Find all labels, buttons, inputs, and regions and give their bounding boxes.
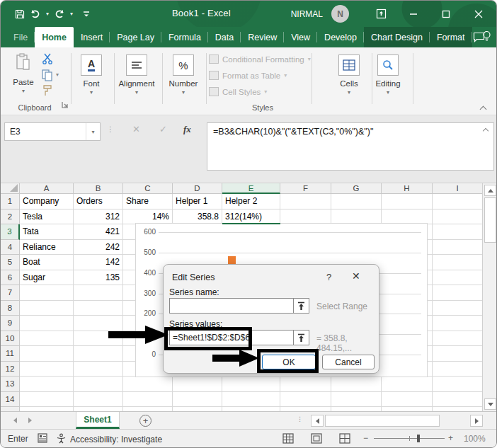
cell-H13[interactable] bbox=[382, 377, 433, 392]
scroll-up-icon[interactable] bbox=[484, 185, 496, 196]
cell-I5[interactable] bbox=[433, 255, 483, 270]
cell-A4[interactable]: Reliance bbox=[20, 240, 74, 255]
cell-D1[interactable]: Helper 1 bbox=[173, 194, 222, 209]
cell-G13[interactable] bbox=[331, 377, 382, 392]
avatar[interactable]: N bbox=[331, 5, 349, 23]
copy-icon[interactable] bbox=[41, 69, 54, 84]
insert-function-icon[interactable]: fx bbox=[183, 124, 191, 135]
cell-I10[interactable] bbox=[433, 331, 483, 347]
column-header-d[interactable]: D bbox=[173, 183, 222, 194]
cell-A8[interactable] bbox=[20, 301, 74, 316]
row-header-10[interactable]: 10 bbox=[1, 331, 20, 347]
row-header-1[interactable]: 1 bbox=[1, 194, 20, 209]
cell-C2[interactable]: 14% bbox=[123, 209, 173, 225]
row-header-8[interactable]: 8 bbox=[1, 301, 20, 316]
cell-A12[interactable] bbox=[20, 362, 74, 377]
undo-icon[interactable] bbox=[30, 9, 41, 19]
cell-I8[interactable] bbox=[433, 301, 483, 316]
cell-B14[interactable] bbox=[74, 392, 123, 408]
horizontal-scroll-thumb[interactable] bbox=[325, 415, 440, 427]
row-header-9[interactable]: 9 bbox=[1, 316, 20, 331]
save-icon[interactable] bbox=[15, 9, 25, 19]
cell-I6[interactable] bbox=[433, 270, 483, 286]
cell-I3[interactable] bbox=[433, 224, 483, 240]
customize-qat-icon[interactable] bbox=[82, 10, 91, 18]
row-header-3[interactable]: 3 bbox=[1, 224, 20, 240]
cell-G1[interactable] bbox=[331, 194, 382, 209]
cell-F13[interactable] bbox=[280, 377, 331, 392]
copy-dropdown-icon[interactable]: ▾ bbox=[56, 71, 59, 78]
row-header-4[interactable]: 4 bbox=[1, 240, 20, 255]
cell-F2[interactable] bbox=[280, 209, 331, 225]
name-box[interactable]: E3 ▾ bbox=[4, 122, 101, 141]
cell-I12[interactable] bbox=[433, 362, 483, 377]
row-header-11[interactable]: 11 bbox=[1, 346, 20, 362]
scroll-right-icon[interactable] bbox=[470, 415, 483, 427]
cell-C1[interactable]: Share bbox=[123, 194, 173, 209]
cell-I7[interactable] bbox=[433, 285, 483, 301]
dialog-close-icon[interactable]: ✕ bbox=[352, 270, 360, 282]
cell-E13[interactable] bbox=[222, 377, 280, 392]
alignment-group-button[interactable]: Alignment ▾ bbox=[113, 54, 161, 96]
formula-input[interactable]: =B3&CHAR(10)&"("&TEXT(C3,"0%")&")" bbox=[207, 122, 494, 171]
tab-chart-design[interactable]: Chart Design bbox=[364, 27, 430, 47]
cells-group-button[interactable]: Cells ▾ bbox=[328, 54, 370, 96]
cell-A9[interactable] bbox=[20, 316, 74, 331]
scroll-left-icon[interactable] bbox=[311, 415, 324, 427]
horizontal-scrollbar[interactable] bbox=[311, 415, 483, 427]
accessibility-status[interactable]: Accessibility: Investigate bbox=[56, 433, 162, 446]
column-header-h[interactable]: H bbox=[382, 183, 433, 194]
cell-I4[interactable] bbox=[433, 240, 483, 255]
cell-I9[interactable] bbox=[433, 316, 483, 331]
macro-record-icon[interactable] bbox=[38, 433, 47, 445]
tab-format[interactable]: Format bbox=[430, 27, 472, 47]
font-group-button[interactable]: A Font ▾ bbox=[70, 54, 113, 96]
tab-page-lay[interactable]: Page Lay bbox=[110, 27, 161, 47]
cell-B13[interactable] bbox=[74, 377, 123, 392]
cell-I14[interactable] bbox=[433, 392, 483, 408]
cell-A7[interactable] bbox=[20, 285, 74, 301]
splitter-dots[interactable]: ⋮ bbox=[297, 415, 303, 423]
cell-styles-button[interactable]: Cell Styles ▾ bbox=[209, 87, 267, 96]
cancel-button[interactable]: Cancel bbox=[322, 355, 375, 369]
column-header-f[interactable]: F bbox=[280, 183, 331, 194]
collapse-formula-bar-icon[interactable] bbox=[484, 127, 489, 133]
next-sheet-icon[interactable] bbox=[28, 418, 32, 423]
cell-G14[interactable] bbox=[331, 392, 382, 408]
cell-C14[interactable] bbox=[123, 392, 173, 408]
cell-E2[interactable]: 312(14%) bbox=[222, 209, 280, 225]
zoom-level[interactable]: 100% bbox=[464, 434, 486, 444]
zoom-slider-thumb[interactable] bbox=[417, 435, 420, 442]
redo-icon[interactable] bbox=[54, 9, 65, 19]
tab-formula[interactable]: Formula bbox=[161, 27, 208, 47]
cell-C13[interactable] bbox=[123, 377, 173, 392]
tab-home[interactable]: Home bbox=[35, 27, 74, 47]
vertical-scrollbar[interactable] bbox=[482, 183, 497, 411]
data-point-marker[interactable] bbox=[228, 256, 236, 264]
column-header-c[interactable]: C bbox=[123, 183, 173, 194]
cut-icon[interactable] bbox=[42, 53, 55, 67]
select-range-icon[interactable] bbox=[293, 331, 309, 345]
cell-B7[interactable] bbox=[74, 285, 123, 301]
editing-group-button[interactable]: Editing ▾ bbox=[367, 54, 409, 96]
row-header-7[interactable]: 7 bbox=[1, 285, 20, 301]
cell-A14[interactable] bbox=[20, 392, 74, 408]
confirm-entry-icon[interactable]: ✓ bbox=[159, 124, 167, 134]
format-as-table-button[interactable]: Format as Table ▾ bbox=[209, 71, 287, 80]
page-break-view-icon[interactable] bbox=[339, 433, 350, 446]
row-header-5[interactable]: 5 bbox=[1, 255, 20, 270]
tab-view[interactable]: View bbox=[284, 27, 317, 47]
cell-B4[interactable]: 242 bbox=[74, 240, 123, 255]
cell-A13[interactable] bbox=[20, 377, 74, 392]
row-header-13[interactable]: 13 bbox=[1, 377, 20, 392]
vertical-scroll-thumb[interactable] bbox=[484, 197, 496, 243]
cell-B12[interactable] bbox=[74, 362, 123, 377]
cell-I13[interactable] bbox=[433, 377, 483, 392]
cell-F14[interactable] bbox=[280, 392, 331, 408]
cell-I1[interactable] bbox=[433, 194, 483, 209]
tab-data[interactable]: Data bbox=[208, 27, 241, 47]
cell-B3[interactable]: 421 bbox=[74, 224, 123, 240]
cell-A6[interactable]: Sugar bbox=[20, 270, 74, 286]
cell-B8[interactable] bbox=[74, 301, 123, 316]
maximize-button[interactable] bbox=[430, 1, 462, 27]
